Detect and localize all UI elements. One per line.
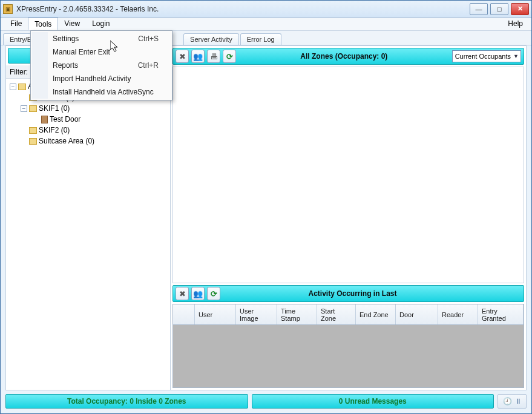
- grid-header: User User Image Time Stamp Start Zone En…: [173, 304, 524, 325]
- menu-shortcut: Ctrl+S: [138, 34, 159, 43]
- close-button[interactable]: ✕: [511, 3, 529, 15]
- zone-title: All Zones (Occupancy: 0): [238, 52, 450, 61]
- col-end-zone[interactable]: End Zone: [356, 304, 396, 324]
- menu-login[interactable]: Login: [86, 18, 116, 30]
- tree-test-door[interactable]: Test Door: [7, 114, 169, 125]
- collapse-icon[interactable]: −: [10, 84, 16, 90]
- menubar: File Tools View Login Help: [1, 18, 531, 31]
- tree-skif1[interactable]: − SKIF1 (0): [7, 103, 169, 114]
- tree-label: Suitcase Area (0): [39, 136, 94, 146]
- menu-view[interactable]: View: [58, 18, 86, 30]
- tree-label: SKIF2 (0): [39, 125, 70, 136]
- filter-label: Filter:: [10, 68, 28, 76]
- status-occupancy: Total Occupancy: 0 Inside 0 Zones: [5, 394, 248, 409]
- users-icon[interactable]: 👥: [191, 287, 205, 300]
- tools-manual-enter-exit[interactable]: Manual Enter Exit: [32, 45, 171, 59]
- zone-header: ✖ 👥 🖶 ⟳ All Zones (Occupancy: 0) Current…: [172, 48, 524, 65]
- menu-label: Manual Enter Exit: [53, 48, 110, 56]
- col-reader[interactable]: Reader: [438, 304, 478, 324]
- tree-label: Test Door: [50, 114, 80, 125]
- activity-panel: ✖ 👥 ⟳ Activity Occurring in Last User Us…: [172, 285, 524, 388]
- print-icon[interactable]: 🖶: [207, 50, 220, 63]
- settings-icon[interactable]: ✖: [176, 50, 189, 63]
- tools-import-handheld[interactable]: Import Handheld Activity: [32, 72, 171, 85]
- col-user-image[interactable]: User Image: [236, 304, 277, 324]
- minimize-button[interactable]: —: [470, 3, 488, 15]
- menu-label: Settings: [53, 34, 79, 43]
- occupants-dropdown-label: Current Occupants: [455, 53, 511, 60]
- menu-help[interactable]: Help: [503, 18, 528, 30]
- col-blank[interactable]: [173, 304, 195, 324]
- folder-icon: [29, 105, 37, 112]
- users-icon[interactable]: 👥: [191, 50, 205, 63]
- app-icon: ▣: [3, 4, 13, 14]
- statusbar: Total Occupancy: 0 Inside 0 Zones 0 Unre…: [5, 394, 527, 409]
- folder-icon: [18, 84, 26, 90]
- settings-icon[interactable]: ✖: [176, 287, 189, 300]
- tools-dropdown: Settings Ctrl+S Manual Enter Exit Report…: [30, 30, 172, 100]
- col-door[interactable]: Door: [396, 304, 438, 324]
- zone-body: [172, 67, 524, 283]
- menu-label: Install Handheld via ActiveSync: [53, 88, 154, 96]
- tools-settings[interactable]: Settings Ctrl+S: [32, 32, 171, 45]
- menu-label: Import Handheld Activity: [53, 74, 131, 83]
- activity-header: ✖ 👥 ⟳ Activity Occurring in Last: [172, 285, 524, 302]
- tab-error-log[interactable]: Error Log: [240, 33, 281, 45]
- status-messages: 0 Unread Messages: [252, 394, 494, 409]
- menu-shortcut: Ctrl+R: [138, 61, 159, 70]
- pause-icon: ⏸: [514, 397, 522, 406]
- refresh-icon[interactable]: ⟳: [207, 287, 220, 300]
- window-title: XPressEntry - 2.0.4658.33342 - Telaeris …: [16, 5, 470, 13]
- clock-icon: 🕘: [503, 397, 512, 406]
- activity-grid: User User Image Time Stamp Start Zone En…: [172, 304, 524, 388]
- tree-suitcase[interactable]: Suitcase Area (0): [7, 136, 169, 146]
- titlebar: ▣ XPressEntry - 2.0.4658.33342 - Telaeri…: [1, 1, 531, 18]
- col-entry-granted[interactable]: Entry Granted: [478, 304, 524, 324]
- zone-tree: − All Outside (0) − SKIF1 (0): [6, 79, 170, 390]
- door-icon: [41, 116, 48, 123]
- tree-skif2[interactable]: SKIF2 (0): [7, 125, 169, 136]
- menu-tools[interactable]: Tools: [28, 18, 58, 30]
- occupants-dropdown[interactable]: Current Occupants: [452, 50, 521, 62]
- folder-icon: [29, 127, 37, 134]
- folder-icon: [29, 138, 37, 145]
- refresh-icon[interactable]: ⟳: [223, 50, 236, 63]
- tools-reports[interactable]: Reports Ctrl+R: [32, 59, 171, 72]
- tools-install-handheld[interactable]: Install Handheld via ActiveSync: [32, 85, 171, 99]
- main-pane: ✖ 👥 🖶 ⟳ All Zones (Occupancy: 0) Current…: [171, 46, 526, 390]
- col-user[interactable]: User: [195, 304, 236, 324]
- col-time-stamp[interactable]: Time Stamp: [277, 304, 317, 324]
- activity-title: Activity Occurring in Last: [223, 289, 482, 298]
- maximize-button[interactable]: □: [490, 3, 508, 15]
- tab-server-activity[interactable]: Server Activity: [183, 33, 239, 45]
- col-start-zone[interactable]: Start Zone: [317, 304, 356, 324]
- status-icons: 🕘 ⏸: [498, 394, 527, 409]
- collapse-icon[interactable]: −: [21, 105, 27, 112]
- tree-label: SKIF1 (0): [39, 103, 70, 114]
- menu-file[interactable]: File: [4, 18, 28, 30]
- menu-label: Reports: [53, 61, 78, 70]
